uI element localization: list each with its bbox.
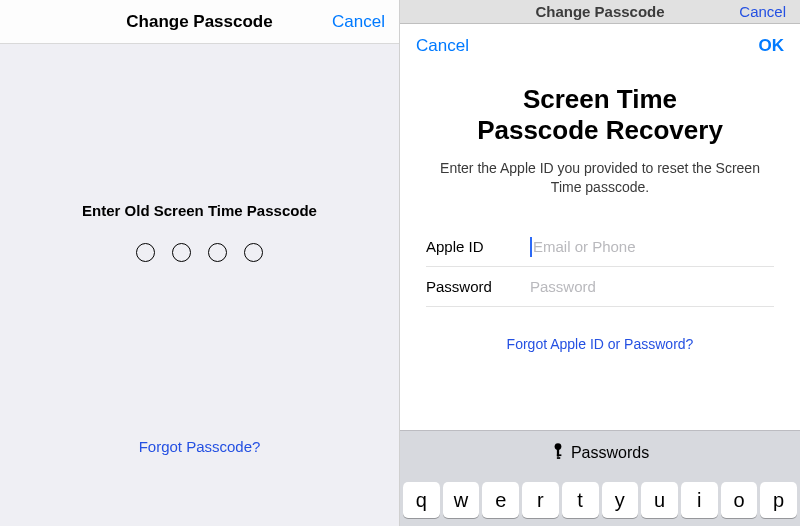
sheet-ok-button[interactable]: OK [759,36,785,56]
passcode-dots[interactable] [136,243,263,262]
sheet-subtitle: Enter the Apple ID you provided to reset… [426,159,774,197]
passwords-autofill-label: Passwords [571,444,649,462]
background-nav-bar: Change Passcode Cancel [400,0,800,24]
passcode-dot [208,243,227,262]
passcode-dot [244,243,263,262]
key-y[interactable]: y [602,482,639,518]
password-label: Password [426,278,530,295]
keyboard: Passwords q w e r t y u i o p [400,430,800,526]
background-nav-title: Change Passcode [535,3,664,20]
passcode-entry-area: Enter Old Screen Time Passcode [0,44,399,262]
background-cancel-button: Cancel [739,3,786,20]
nav-bar: Change Passcode Cancel [0,0,399,44]
passcode-dot [136,243,155,262]
password-row: Password [426,267,774,307]
sheet-title-line1: Screen Time [523,84,677,114]
sheet-title-line2: Passcode Recovery [477,115,723,145]
passcode-dot [172,243,191,262]
key-r[interactable]: r [522,482,559,518]
sheet-cancel-button[interactable]: Cancel [416,36,469,56]
key-q[interactable]: q [403,482,440,518]
apple-id-row: Apple ID [426,227,774,267]
key-t[interactable]: t [562,482,599,518]
forgot-passcode-link[interactable]: Forgot Passcode? [0,438,399,456]
passcode-prompt: Enter Old Screen Time Passcode [82,202,317,219]
svg-rect-3 [557,457,560,459]
right-screen-recovery: Change Passcode Cancel Cancel OK Screen … [400,0,800,526]
left-screen-change-passcode: Change Passcode Cancel Enter Old Screen … [0,0,400,526]
forgot-apple-id-label: Forgot Apple ID or Password? [507,336,694,352]
sheet-title: Screen Time Passcode Recovery [426,84,774,145]
svg-rect-2 [557,454,562,456]
key-o[interactable]: o [721,482,758,518]
keyboard-row-1: q w e r t y u i o p [400,474,800,526]
cancel-button[interactable]: Cancel [332,12,385,32]
nav-title: Change Passcode [126,12,272,32]
key-w[interactable]: w [443,482,480,518]
forgot-apple-id-link[interactable]: Forgot Apple ID or Password? [426,335,774,353]
password-input[interactable] [530,278,774,295]
passwords-autofill-button[interactable]: Passwords [400,430,800,474]
apple-id-input[interactable] [530,237,774,257]
key-e[interactable]: e [482,482,519,518]
key-i[interactable]: i [681,482,718,518]
key-icon [551,442,565,464]
key-u[interactable]: u [641,482,678,518]
key-p[interactable]: p [760,482,797,518]
forgot-passcode-label: Forgot Passcode? [139,438,261,455]
apple-id-label: Apple ID [426,238,530,255]
sheet-nav-bar: Cancel OK [400,24,800,68]
recovery-sheet: Cancel OK Screen Time Passcode Recovery … [400,24,800,526]
